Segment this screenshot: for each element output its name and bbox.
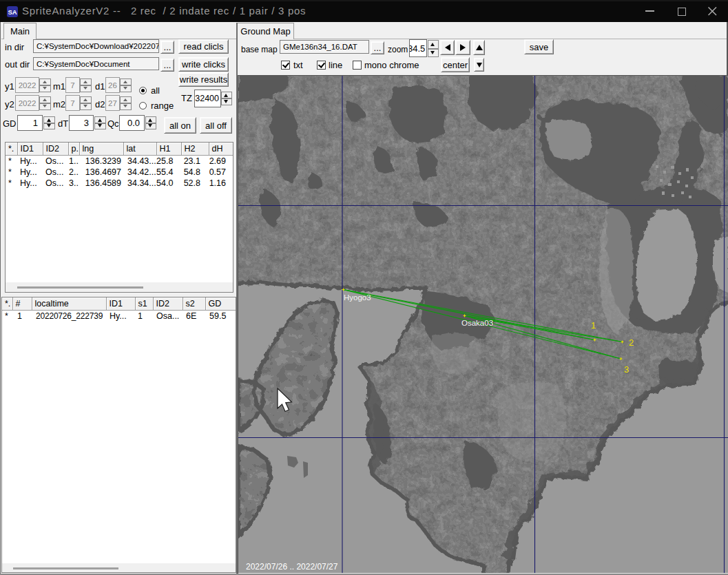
svg-text:3: 3 [624,364,629,375]
svg-text:1: 1 [591,320,596,331]
svg-text:2022/07/26 .. 2022/07/27: 2022/07/26 .. 2022/07/27 [246,562,338,572]
svg-text:Osaka03: Osaka03 [461,319,493,327]
svg-text:Hyogo3: Hyogo3 [344,293,371,302]
svg-text:2: 2 [629,337,634,348]
